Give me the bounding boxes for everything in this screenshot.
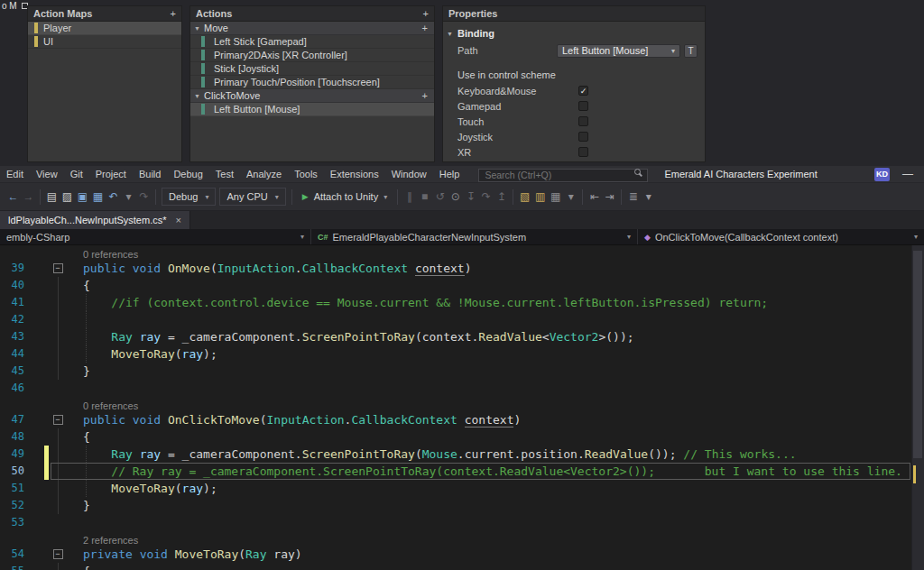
new-folder-icon[interactable]: ▧ bbox=[517, 188, 532, 206]
add-binding-button[interactable]: + bbox=[422, 23, 428, 33]
binding-item[interactable]: Left Stick [Gamepad] bbox=[190, 35, 434, 49]
menu-git[interactable]: Git bbox=[64, 166, 89, 182]
undo-icon[interactable]: ↶ bbox=[106, 188, 121, 206]
save-icon[interactable]: ▣ bbox=[75, 188, 90, 206]
code-line[interactable]: 42 bbox=[0, 311, 924, 328]
project-dropdown[interactable]: embly-CSharp ▾ bbox=[0, 229, 311, 244]
user-account-badge[interactable]: KD bbox=[874, 168, 890, 181]
vertical-scrollbar[interactable] bbox=[911, 245, 924, 570]
action-clicktomove[interactable]: ▼ClickToMove+ bbox=[190, 89, 434, 103]
menu-edit[interactable]: Edit bbox=[0, 166, 30, 182]
step-into-icon[interactable]: ↧ bbox=[463, 188, 478, 206]
list-members-icon[interactable]: ≣ bbox=[625, 188, 641, 206]
open-file-icon[interactable]: ▨ bbox=[60, 188, 75, 206]
navigate-backward-icon[interactable]: ← bbox=[5, 188, 21, 206]
solution-configuration-dropdown[interactable]: Debug▾ bbox=[162, 188, 216, 206]
code-line[interactable]: 39−public void OnMove(InputAction.Callba… bbox=[0, 260, 924, 277]
document-tab[interactable]: ldPlayableCh...NewInputSystem.cs* × bbox=[0, 211, 190, 229]
binding-item[interactable]: Left Button [Mouse] bbox=[190, 103, 434, 116]
toolbar-overflow-icon[interactable]: ▾ bbox=[641, 188, 656, 206]
menu-build[interactable]: Build bbox=[133, 166, 167, 182]
codelens-row[interactable]: 0 references bbox=[0, 397, 924, 411]
binding-item[interactable]: Primary2DAxis [XR Controller] bbox=[190, 49, 434, 62]
code-line[interactable]: 51 MoveToRay(ray); bbox=[0, 480, 924, 497]
add-action-map-button[interactable]: + bbox=[171, 8, 176, 19]
scrollbar-thumb[interactable] bbox=[913, 251, 922, 458]
solution-platform-dropdown[interactable]: Any CPU▾ bbox=[219, 188, 285, 206]
scheme-checkbox[interactable] bbox=[578, 132, 588, 142]
menu-help[interactable]: Help bbox=[433, 166, 467, 182]
code-line[interactable]: 53 bbox=[0, 514, 924, 531]
code-line[interactable]: 45} bbox=[0, 363, 924, 380]
codelens-references[interactable]: 0 references bbox=[83, 249, 138, 260]
binding-item[interactable]: Stick [Joystick] bbox=[190, 62, 434, 76]
code-line[interactable]: 44 MoveToRay(ray); bbox=[0, 345, 924, 363]
menu-project[interactable]: Project bbox=[89, 166, 133, 182]
code-line[interactable]: 41 //if (context.control.device == Mouse… bbox=[0, 294, 924, 311]
grid-dropdown-icon[interactable]: ▾ bbox=[563, 188, 578, 206]
indent-icon[interactable]: ⇥ bbox=[602, 188, 617, 206]
action-map-ui[interactable]: UI bbox=[28, 35, 181, 49]
path-text-toggle-button[interactable]: T bbox=[684, 44, 698, 58]
menu-view[interactable]: View bbox=[30, 166, 64, 182]
menu-extensions[interactable]: Extensions bbox=[324, 166, 385, 182]
codelens-references[interactable]: 2 references bbox=[83, 535, 138, 546]
menu-window[interactable]: Window bbox=[385, 166, 433, 182]
break-all-icon[interactable]: ∥ bbox=[402, 188, 417, 206]
menu-analyze[interactable]: Analyze bbox=[240, 166, 288, 182]
scheme-checkbox[interactable] bbox=[578, 147, 588, 157]
redo-icon[interactable]: ↷ bbox=[136, 188, 152, 206]
binding-item[interactable]: Primary Touch/Position [Touchscreen] bbox=[190, 76, 434, 89]
code-line[interactable]: 47−public void OnClickToMove(InputAction… bbox=[0, 411, 924, 428]
code-line[interactable]: 55{ bbox=[0, 563, 924, 570]
path-dropdown[interactable]: Left Button [Mouse] ▾ bbox=[557, 44, 680, 58]
codelens-row[interactable]: 0 references bbox=[0, 245, 924, 260]
codelens-references[interactable]: 0 references bbox=[83, 400, 138, 411]
scheme-checkbox[interactable] bbox=[578, 116, 588, 126]
step-over-icon[interactable]: ↷ bbox=[478, 188, 494, 206]
add-binding-button[interactable]: + bbox=[422, 90, 428, 101]
run-to-cursor-icon[interactable]: ⊙ bbox=[448, 188, 463, 206]
minimize-button[interactable]: — bbox=[902, 168, 913, 180]
scheme-checkbox[interactable] bbox=[578, 101, 588, 111]
stop-debug-icon[interactable]: ■ bbox=[417, 188, 432, 206]
scheme-checkbox[interactable]: ✓ bbox=[578, 86, 588, 96]
collapse-region-button[interactable]: − bbox=[53, 263, 63, 273]
new-file-icon[interactable]: ▤ bbox=[44, 188, 60, 206]
attach-to-unity-button[interactable]: ▶Attach to Unity▾ bbox=[296, 188, 393, 206]
code-line[interactable]: 46 bbox=[0, 380, 924, 397]
collapse-region-button[interactable]: − bbox=[53, 415, 63, 425]
code-line[interactable]: 52} bbox=[0, 497, 924, 514]
action-move[interactable]: ▼Move+ bbox=[190, 22, 434, 35]
code-line[interactable]: 49 Ray ray = _cameraComponent.ScreenPoin… bbox=[0, 446, 924, 463]
restart-icon[interactable]: ↺ bbox=[432, 188, 448, 206]
code-line[interactable]: 50 // Ray ray = _cameraComponent.ScreenP… bbox=[0, 463, 924, 480]
search-input[interactable] bbox=[478, 169, 648, 182]
codelens-row[interactable]: 2 references bbox=[0, 531, 924, 546]
outdent-icon[interactable]: ⇤ bbox=[587, 188, 602, 206]
code-token: . bbox=[295, 262, 302, 275]
save-all-icon[interactable]: ▦ bbox=[90, 188, 106, 206]
grid-icon[interactable]: ▦ bbox=[548, 188, 563, 206]
code-token bbox=[408, 262, 415, 275]
navigate-forward-icon[interactable]: → bbox=[21, 188, 36, 206]
menu-debug[interactable]: Debug bbox=[167, 166, 208, 182]
menu-test[interactable]: Test bbox=[209, 166, 240, 182]
collapse-region-button[interactable]: − bbox=[53, 549, 63, 559]
close-icon[interactable]: × bbox=[175, 215, 180, 225]
action-map-player[interactable]: Player bbox=[28, 22, 181, 35]
folder-properties-icon[interactable]: ▥ bbox=[532, 188, 548, 206]
code-line[interactable]: 54−private void MoveToRay(Ray ray) bbox=[0, 546, 924, 563]
code-line[interactable]: 48{ bbox=[0, 428, 924, 446]
add-action-button[interactable]: + bbox=[423, 8, 429, 19]
member-dropdown[interactable]: ◆ OnClickToMove(CallbackContext context)… bbox=[638, 229, 924, 244]
code-line[interactable]: 43 Ray ray = _cameraComponent.ScreenPoin… bbox=[0, 328, 924, 345]
menu-tools[interactable]: Tools bbox=[288, 166, 324, 182]
code-line[interactable]: 40{ bbox=[0, 277, 924, 294]
binding-section-header[interactable]: ▼ Binding bbox=[443, 26, 705, 41]
code-editor[interactable]: 0 references39−public void OnMove(InputA… bbox=[0, 245, 924, 570]
code-token: _cameraComponent bbox=[182, 330, 295, 344]
type-dropdown[interactable]: C# EmeraldPlayableCharacterNewInputSyste… bbox=[311, 229, 638, 244]
undo-dropdown-icon[interactable]: ▾ bbox=[121, 188, 136, 206]
step-out-icon[interactable]: ↥ bbox=[494, 188, 509, 206]
